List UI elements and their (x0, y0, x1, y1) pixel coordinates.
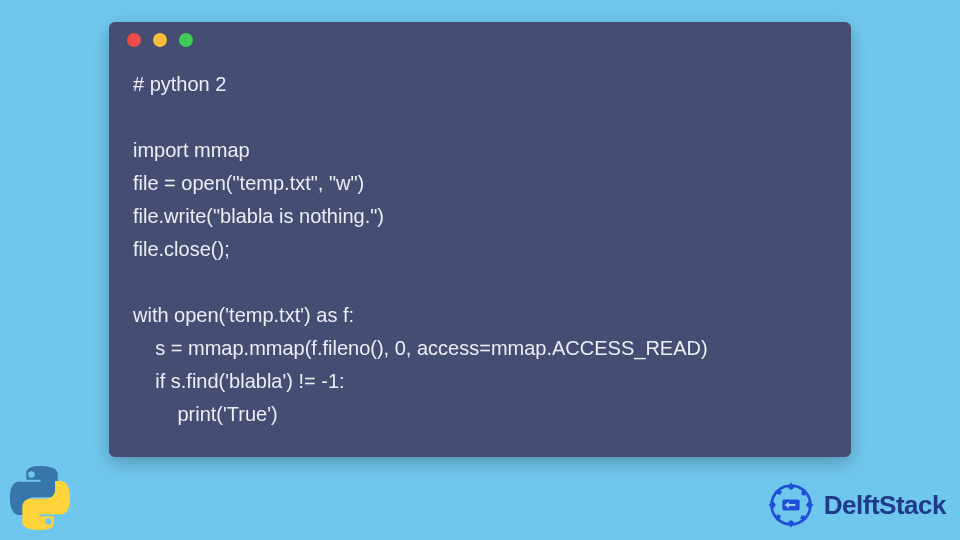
close-icon (127, 33, 141, 47)
maximize-icon (179, 33, 193, 47)
delftstack-name: DelftStack (824, 490, 946, 521)
delftstack-branding: DelftStack (764, 478, 946, 532)
delftstack-badge-icon (764, 478, 818, 532)
window-titlebar (109, 22, 851, 58)
code-body: # python 2 import mmap file = open("temp… (109, 58, 851, 457)
minimize-icon (153, 33, 167, 47)
code-content: # python 2 import mmap file = open("temp… (133, 68, 827, 431)
python-logo-icon (4, 462, 76, 534)
code-window: # python 2 import mmap file = open("temp… (109, 22, 851, 457)
